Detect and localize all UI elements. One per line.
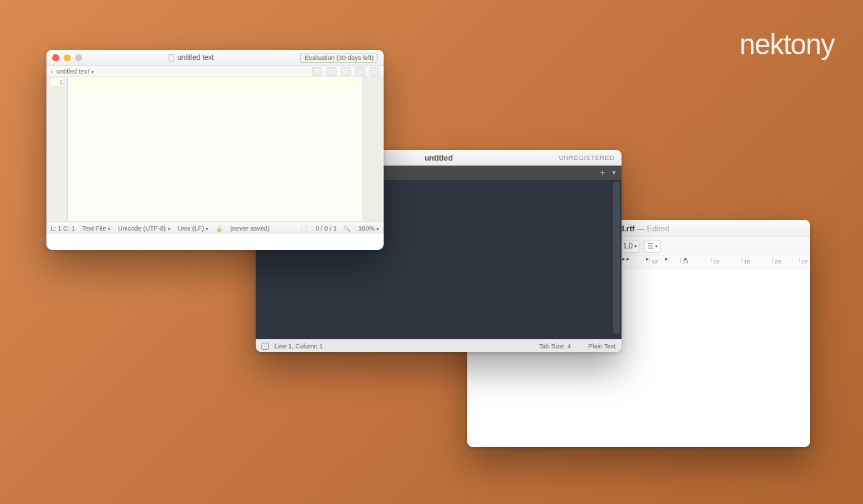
ruler-tick: 22	[799, 258, 808, 263]
ruler-tick: 16	[711, 258, 719, 263]
pencil-tool-icon[interactable]	[312, 67, 322, 76]
toolbar	[312, 67, 379, 76]
bbedit-window: untitled text Evaluation (30 days left) …	[46, 50, 384, 250]
line-number: 1	[51, 79, 63, 86]
back-icon[interactable]	[51, 68, 53, 75]
list-button[interactable]: ▾	[644, 240, 661, 253]
minimize-icon[interactable]	[64, 54, 71, 61]
unregistered-label: UNREGISTERED	[559, 154, 614, 161]
new-tab-icon[interactable]: +	[600, 168, 605, 178]
ruler-tick: 12	[649, 258, 658, 263]
path-text[interactable]: untitled text	[56, 68, 89, 75]
list-icon	[647, 242, 654, 250]
save-status: (never saved)	[230, 225, 269, 232]
scrollbar[interactable]	[613, 181, 620, 334]
lock-icon[interactable]	[216, 225, 223, 232]
clock-tool-icon[interactable]	[326, 67, 336, 76]
line-gutter[interactable]: 1	[46, 77, 68, 221]
panel-icon[interactable]	[261, 343, 269, 350]
right-margin	[362, 77, 384, 221]
search-icon[interactable]	[344, 225, 351, 232]
window-title: untitled text	[177, 54, 214, 61]
status-bar: Line 1, Column 1 Tab Size: 4 Plain Text	[256, 339, 622, 352]
brand-logo: nektony	[739, 29, 834, 61]
close-icon[interactable]	[52, 54, 59, 61]
page-icon[interactable]	[301, 225, 308, 232]
evaluation-badge[interactable]: Evaluation (30 days left)	[300, 53, 378, 63]
cursor-position[interactable]: Line 1, Column 1	[274, 343, 323, 350]
file-type[interactable]: Text File ▾	[82, 225, 111, 232]
window-title: untitled	[424, 153, 453, 162]
cursor-position[interactable]: L: 1 C: 1	[51, 225, 75, 232]
line-spacing-button[interactable]: 1,0 ▾	[620, 240, 640, 253]
encoding[interactable]: Unicode (UTF-8) ▾	[118, 225, 171, 232]
syntax-mode[interactable]: Plain Text	[588, 343, 616, 350]
tab-menu-icon[interactable]: ▼	[611, 169, 617, 176]
editor-area: 1	[46, 77, 384, 221]
share-tool-icon[interactable]	[355, 67, 365, 76]
current-line	[71, 79, 359, 87]
ruler-tick: 18	[742, 258, 750, 263]
zoom-level[interactable]: 100% ▾	[358, 225, 379, 232]
traffic-lights[interactable]	[52, 54, 82, 61]
sidebar-tool-icon[interactable]	[369, 67, 379, 76]
ruler-tick: 20	[772, 258, 781, 263]
counts[interactable]: 0 / 0 / 1	[315, 225, 336, 232]
path-bar: untitled text ▾	[46, 66, 384, 77]
zoom-icon[interactable]	[75, 54, 82, 61]
titlebar[interactable]: untitled text Evaluation (30 days left)	[46, 50, 384, 66]
line-ending[interactable]: Unix (LF) ▾	[178, 225, 209, 232]
document-icon	[169, 54, 174, 61]
text-area[interactable]	[68, 77, 362, 221]
text-tool-icon[interactable]	[341, 67, 351, 76]
status-bar: L: 1 C: 1 Text File ▾ Unicode (UTF-8) ▾ …	[46, 221, 384, 234]
ruler-tick: 14	[680, 258, 689, 263]
tab-size[interactable]: Tab Size: 4	[539, 343, 572, 350]
